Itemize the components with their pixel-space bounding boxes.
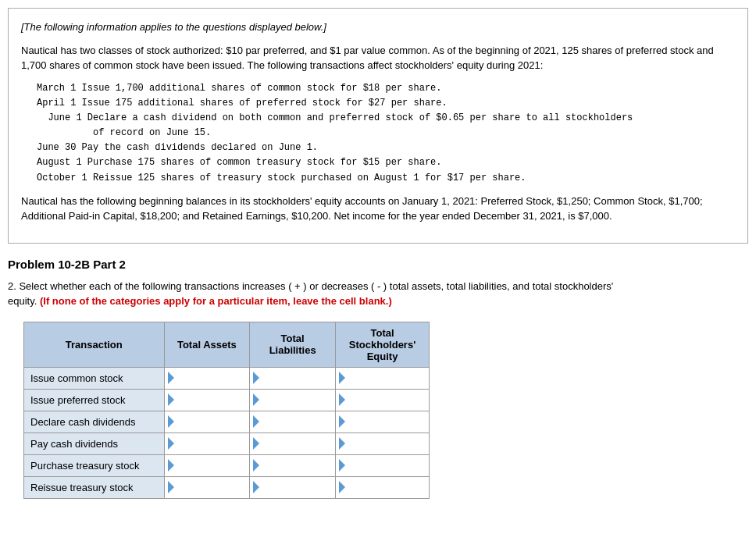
mono-line-4: of record on June 15.: [37, 126, 735, 141]
transactions-monospace: March 1 Issue 1,700 additional shares of…: [37, 81, 735, 186]
row-issue-preferred-total-liabilities[interactable]: [250, 389, 336, 411]
row-declare-dividends-total-liabilities[interactable]: [250, 411, 336, 433]
row-reissue-treasury-total-assets[interactable]: [164, 476, 250, 498]
info-box: [The following information applies to th…: [8, 8, 748, 244]
problem-desc-bold: (If none of the categories apply for a p…: [40, 295, 392, 307]
transactions-table: Transaction Total Assets Total Liabiliti…: [23, 322, 430, 499]
mono-line-1: March 1 Issue 1,700 additional shares of…: [37, 81, 735, 96]
row-label-declare-dividends: Declare cash dividends: [24, 411, 165, 433]
row-purchase-treasury-stockholders-equity[interactable]: [336, 454, 430, 476]
header-total-assets: Total Assets: [164, 322, 250, 367]
row-reissue-treasury-total-liabilities[interactable]: [250, 476, 336, 498]
row-label-issue-common: Issue common stock: [24, 367, 165, 389]
table-row: Issue common stock: [24, 367, 430, 389]
mono-line-6: August 1 Purchase 175 shares of common t…: [37, 155, 735, 170]
mono-line-2: April 1 Issue 175 additional shares of p…: [37, 96, 735, 111]
table-row: Reissue treasury stock: [24, 476, 430, 498]
row-label-reissue-treasury: Reissue treasury stock: [24, 476, 165, 498]
row-label-purchase-treasury: Purchase treasury stock: [24, 454, 165, 476]
info-header: [The following information applies to th…: [21, 20, 735, 35]
row-label-issue-preferred: Issue preferred stock: [24, 389, 165, 411]
row-issue-preferred-stockholders-equity[interactable]: [336, 389, 430, 411]
row-purchase-treasury-total-assets[interactable]: [164, 454, 250, 476]
row-pay-dividends-stockholders-equity[interactable]: [336, 433, 430, 454]
row-declare-dividends-total-assets[interactable]: [164, 411, 250, 433]
mono-line-5: June 30 Pay the cash dividends declared …: [37, 141, 735, 155]
problem-title: Problem 10-2B Part 2: [8, 258, 748, 271]
row-reissue-treasury-stockholders-equity[interactable]: [336, 476, 430, 498]
header-total-stockholders-equity: TotalStockholders'Equity: [336, 322, 430, 367]
row-issue-preferred-total-assets[interactable]: [164, 389, 250, 411]
row-label-pay-dividends: Pay cash dividends: [24, 433, 165, 454]
info-paragraph1: Nautical has two classes of stock author…: [21, 43, 735, 73]
problem-desc-part2: equity.: [8, 295, 40, 307]
row-issue-common-total-assets[interactable]: [164, 367, 250, 389]
row-pay-dividends-total-liabilities[interactable]: [250, 433, 336, 454]
table-row: Declare cash dividends: [24, 411, 430, 433]
table-row: Issue preferred stock: [24, 389, 430, 411]
row-issue-common-stockholders-equity[interactable]: [336, 367, 430, 389]
row-purchase-treasury-total-liabilities[interactable]: [250, 454, 336, 476]
problem-description: 2. Select whether each of the following …: [8, 279, 748, 309]
row-issue-common-total-liabilities[interactable]: [250, 367, 336, 389]
table-row: Purchase treasury stock: [24, 454, 430, 476]
row-pay-dividends-total-assets[interactable]: [164, 433, 250, 454]
header-transaction: Transaction: [24, 322, 165, 367]
mono-line-3: June 1 Declare a cash dividend on both c…: [37, 111, 735, 126]
row-declare-dividends-stockholders-equity[interactable]: [336, 411, 430, 433]
table-row: Pay cash dividends: [24, 433, 430, 454]
header-total-liabilities: Total Liabilities: [250, 322, 336, 367]
problem-desc-part1: 2. Select whether each of the following …: [8, 280, 613, 292]
mono-line-7: October 1 Reissue 125 shares of treasury…: [37, 171, 735, 186]
info-paragraph2: Nautical has the following beginning bal…: [21, 194, 735, 224]
